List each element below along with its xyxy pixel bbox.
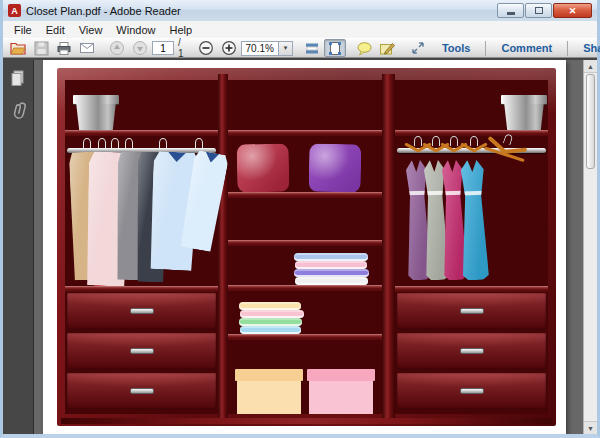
hanger-hook <box>125 138 133 148</box>
dress-waistband <box>423 191 446 196</box>
shelf-board <box>65 286 218 292</box>
bucket-rim <box>73 95 119 104</box>
expand-arrows-icon <box>410 40 426 56</box>
closet-divider <box>382 74 395 420</box>
drawer <box>67 333 216 369</box>
empty-wooden-hanger <box>481 133 530 164</box>
minus-circle-icon <box>198 40 214 56</box>
fullscreen-button[interactable] <box>407 39 429 57</box>
fit-width-icon <box>304 41 320 56</box>
close-button[interactable]: ✕ <box>553 3 592 18</box>
metal-bucket <box>75 95 117 130</box>
drawer <box>397 293 546 329</box>
maximize-icon <box>535 7 543 14</box>
dress-waistband <box>441 191 464 196</box>
shelf-board <box>65 130 218 136</box>
vertical-scrollbar[interactable]: ▲ ▼ <box>583 60 597 434</box>
shelf-board <box>228 192 382 198</box>
scroll-down-arrow[interactable]: ▼ <box>584 421 597 434</box>
email-icon <box>79 41 95 55</box>
share-panel-button[interactable]: Share <box>571 42 600 54</box>
arrow-down-icon <box>132 40 148 56</box>
attachments-button[interactable] <box>6 100 30 124</box>
closet-divider <box>218 74 228 420</box>
shelf-board <box>228 334 382 340</box>
hanger-hook <box>111 138 119 148</box>
menu-help[interactable]: Help <box>162 23 199 37</box>
previous-page-button[interactable] <box>106 39 128 57</box>
scroll-up-arrow[interactable]: ▲ <box>584 60 597 73</box>
page-thumbnails-icon <box>10 70 26 87</box>
drawer <box>397 373 546 409</box>
shirt-collar <box>167 152 186 163</box>
page-thumbnails-button[interactable] <box>6 66 30 90</box>
dress-waistband <box>460 191 486 196</box>
sign-tool-button[interactable] <box>377 39 399 57</box>
folded-towel <box>240 326 301 334</box>
save-button[interactable] <box>30 39 52 57</box>
menu-window[interactable]: Window <box>109 23 162 37</box>
closet-illustration <box>57 68 556 426</box>
sign-pen-icon <box>379 41 396 56</box>
fit-page-icon <box>327 41 343 56</box>
plus-circle-icon <box>221 40 237 56</box>
hanger-hook <box>159 138 167 148</box>
minimize-button[interactable] <box>497 3 524 18</box>
scrollbar-thumb[interactable] <box>586 74 595 169</box>
navigation-sidebar <box>3 60 34 434</box>
pillow <box>309 144 362 193</box>
zoom-level-control[interactable]: 70.1% ▾ <box>241 41 293 56</box>
minimize-icon <box>507 12 515 15</box>
bucket-body <box>75 104 117 130</box>
print-button[interactable] <box>53 39 75 57</box>
zoom-in-button[interactable] <box>218 39 240 57</box>
maximize-button[interactable] <box>525 3 552 18</box>
title-bar: A Closet Plan.pdf - Adobe Reader ✕ <box>3 0 597 21</box>
shelf-board <box>228 285 382 291</box>
closet-base-board <box>61 418 552 424</box>
open-button[interactable] <box>7 39 29 57</box>
document-page[interactable] <box>43 60 566 434</box>
comment-panel-button[interactable]: Comment <box>489 42 564 54</box>
drawer-handle <box>130 348 154 354</box>
comment-tool-button[interactable] <box>354 39 376 57</box>
bucket-rim <box>501 95 547 104</box>
drawer-handle <box>460 348 484 354</box>
storage-box-body <box>309 381 373 414</box>
page-total-label: / 1 <box>178 37 184 59</box>
bucket-body <box>503 104 545 130</box>
menu-view[interactable]: View <box>72 23 110 37</box>
hanger-hook <box>432 136 440 146</box>
hanger-hook <box>450 136 458 146</box>
tools-panel-button[interactable]: Tools <box>430 42 483 54</box>
menu-edit[interactable]: Edit <box>39 23 72 37</box>
folded-towel <box>295 277 368 285</box>
menu-file[interactable]: File <box>7 23 39 37</box>
shelf-board <box>395 286 548 292</box>
pillow <box>237 144 290 193</box>
adobe-reader-window: A Closet Plan.pdf - Adobe Reader ✕ File … <box>0 0 600 438</box>
next-page-button[interactable] <box>129 39 151 57</box>
storage-box-body <box>237 381 301 414</box>
hanger-hook <box>195 138 203 148</box>
drawer <box>67 293 216 329</box>
shelf-board <box>228 240 382 246</box>
fit-page-button[interactable] <box>324 39 346 57</box>
fit-width-button[interactable] <box>301 39 323 57</box>
storage-box-lid <box>307 369 375 381</box>
drawer-handle <box>460 308 484 314</box>
page-number-input[interactable] <box>152 41 174 55</box>
hanger-hook <box>470 136 478 146</box>
speech-bubble-icon <box>356 41 373 56</box>
email-button[interactable] <box>76 39 98 57</box>
drawer-handle <box>130 388 154 394</box>
drawer <box>67 373 216 409</box>
closet-left-section <box>65 80 218 414</box>
folded-towel <box>239 302 301 310</box>
metal-bucket <box>503 95 545 130</box>
closet-right-section <box>395 80 548 414</box>
drawer-handle <box>130 308 154 314</box>
zoom-dropdown-arrow[interactable]: ▾ <box>278 42 292 55</box>
print-icon <box>56 41 72 56</box>
zoom-out-button[interactable] <box>195 39 217 57</box>
